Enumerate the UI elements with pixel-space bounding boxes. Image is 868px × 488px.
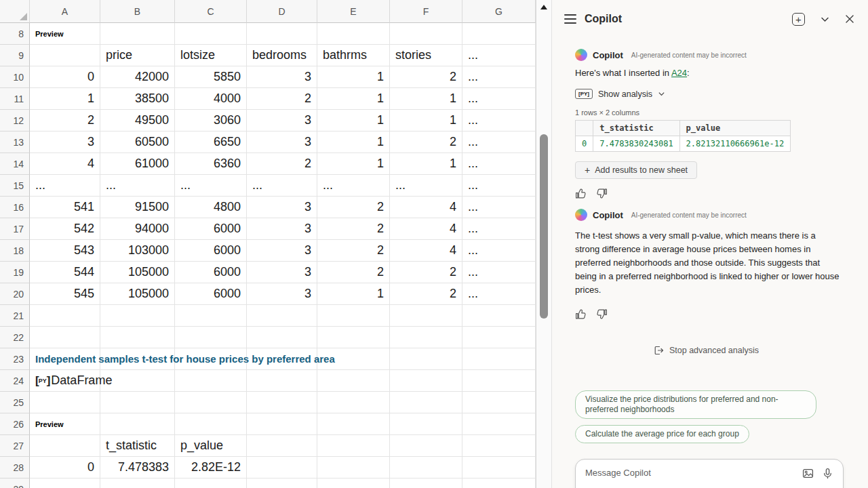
cell[interactable]: 542 — [30, 218, 100, 240]
stop-advanced-analysis-button[interactable]: Stop advanced analysis — [653, 345, 759, 356]
cell[interactable]: 3060 — [175, 110, 247, 131]
cell[interactable]: 4 — [30, 153, 100, 175]
row-header[interactable]: 12 — [0, 110, 30, 131]
cell[interactable]: 3 — [30, 131, 100, 153]
row-header[interactable]: 10 — [0, 66, 30, 88]
cell[interactable] — [247, 327, 317, 348]
cell[interactable]: 3 — [247, 197, 317, 218]
row-header[interactable]: 8 — [0, 23, 30, 45]
cell[interactable] — [100, 305, 175, 327]
cell[interactable]: 49500 — [100, 110, 175, 131]
cell[interactable] — [462, 392, 536, 413]
row-header[interactable]: 22 — [0, 327, 30, 348]
cell[interactable] — [100, 479, 175, 488]
cell[interactable] — [30, 327, 100, 348]
cell[interactable] — [390, 305, 462, 327]
row-header[interactable]: 16 — [0, 197, 30, 218]
cell[interactable]: ... — [462, 110, 536, 131]
cell[interactable] — [390, 23, 462, 45]
cell[interactable]: price — [100, 45, 175, 66]
cell[interactable]: 2 — [317, 218, 390, 240]
cell[interactable] — [317, 23, 390, 45]
cell[interactable] — [462, 479, 536, 488]
cell[interactable]: 4800 — [175, 197, 247, 218]
cell[interactable]: 4 — [390, 240, 462, 262]
cell[interactable]: 3 — [247, 110, 317, 131]
cell[interactable]: ... — [462, 45, 536, 66]
cell[interactable] — [175, 392, 247, 413]
cell[interactable]: 3 — [247, 262, 317, 283]
row-header[interactable]: 27 — [0, 435, 30, 457]
cell[interactable] — [30, 305, 100, 327]
cell[interactable]: 2.82E-12 — [175, 457, 247, 479]
cell[interactable] — [390, 413, 462, 435]
cell[interactable]: 5850 — [175, 66, 247, 88]
close-icon[interactable] — [845, 14, 854, 24]
scrollbar-thumb[interactable] — [540, 134, 548, 319]
thumbs-down-icon[interactable] — [596, 188, 608, 199]
cell[interactable] — [390, 479, 462, 488]
cell[interactable]: ... — [462, 218, 536, 240]
cell-reference-link[interactable]: A24 — [671, 68, 687, 78]
cell[interactable]: ... — [462, 153, 536, 175]
cell[interactable]: ... — [30, 175, 100, 197]
row-header[interactable]: 15 — [0, 175, 30, 197]
cell[interactable]: p_value — [175, 435, 247, 457]
cell[interactable] — [317, 413, 390, 435]
cell[interactable] — [390, 370, 462, 392]
cell[interactable]: t_statistic — [100, 435, 175, 457]
cell[interactable]: 545 — [30, 283, 100, 305]
cell[interactable]: ... — [462, 240, 536, 262]
cell[interactable] — [30, 479, 100, 488]
cell[interactable]: 2 — [30, 110, 100, 131]
message-input-container[interactable] — [575, 459, 844, 488]
cell[interactable]: 7.478383 — [100, 457, 175, 479]
column-header[interactable]: D — [247, 0, 317, 23]
cell[interactable] — [390, 457, 462, 479]
cell[interactable]: 2 — [390, 283, 462, 305]
cell[interactable]: 0 — [30, 66, 100, 88]
chevron-down-icon[interactable] — [820, 14, 830, 24]
cell[interactable] — [390, 392, 462, 413]
cell[interactable] — [462, 23, 536, 45]
cell[interactable]: 2 — [247, 88, 317, 110]
cell[interactable]: 6360 — [175, 153, 247, 175]
cell[interactable]: 4000 — [175, 88, 247, 110]
cell[interactable] — [175, 305, 247, 327]
cell[interactable]: 2 — [390, 66, 462, 88]
cell[interactable] — [175, 23, 247, 45]
cell[interactable]: 6000 — [175, 240, 247, 262]
row-header[interactable]: 17 — [0, 218, 30, 240]
cell[interactable] — [100, 23, 175, 45]
cell[interactable] — [247, 370, 317, 392]
column-header[interactable]: B — [100, 0, 175, 23]
cell[interactable]: Preview — [30, 23, 100, 45]
cell[interactable]: 3 — [247, 131, 317, 153]
cell[interactable]: 2 — [390, 131, 462, 153]
suggestion-chip[interactable]: Calculate the average price for each gro… — [575, 425, 749, 443]
cell[interactable] — [462, 457, 536, 479]
cell[interactable] — [30, 45, 100, 66]
cell[interactable]: 91500 — [100, 197, 175, 218]
cell[interactable]: ... — [462, 88, 536, 110]
cell[interactable]: 60500 — [100, 131, 175, 153]
show-analysis-button[interactable]: [PY] Show analysis — [575, 89, 665, 99]
cell[interactable]: 2 — [390, 262, 462, 283]
microphone-icon[interactable] — [822, 468, 833, 482]
cell[interactable] — [462, 327, 536, 348]
cell[interactable]: 3 — [247, 218, 317, 240]
cell[interactable]: 1 — [317, 110, 390, 131]
cell[interactable] — [175, 370, 247, 392]
add-results-button[interactable]: + Add results to new sheet — [575, 161, 697, 179]
cell[interactable] — [317, 479, 390, 488]
cell[interactable]: 105000 — [100, 262, 175, 283]
cell[interactable] — [247, 392, 317, 413]
cell[interactable]: 4 — [390, 197, 462, 218]
row-header[interactable]: 25 — [0, 392, 30, 413]
cell[interactable]: ... — [390, 175, 462, 197]
cell[interactable]: bedrooms — [247, 45, 317, 66]
cell[interactable]: 2 — [317, 262, 390, 283]
cell[interactable]: 1 — [317, 153, 390, 175]
cell[interactable] — [462, 435, 536, 457]
cell[interactable]: ... — [462, 175, 536, 197]
